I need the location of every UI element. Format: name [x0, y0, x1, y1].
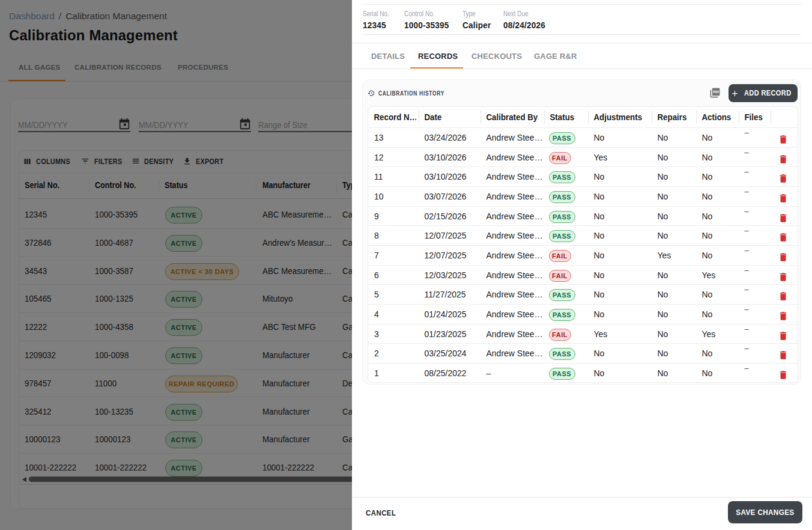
svg-text:PDF: PDF [713, 90, 719, 94]
